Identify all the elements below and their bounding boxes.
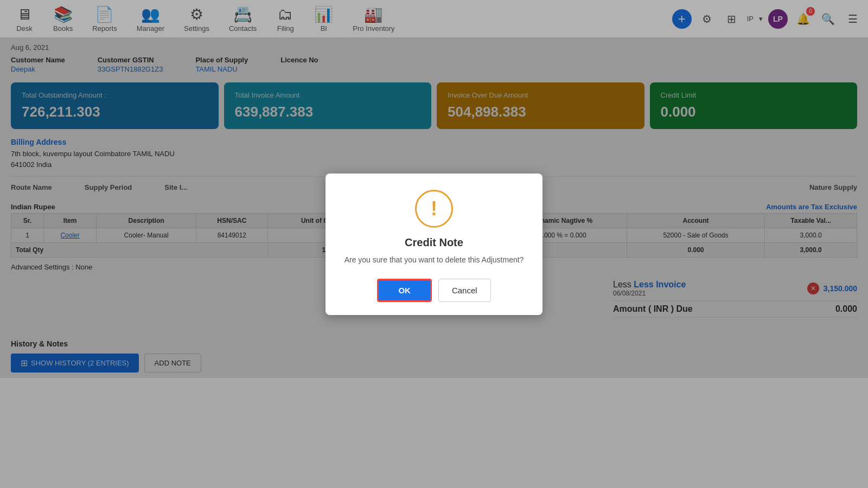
modal-overlay: ! Credit Note Are you sure that you want… [0,0,868,488]
modal-title: Credit Note [342,236,526,249]
modal-message: Are you sure that you want to delete thi… [342,254,526,266]
ok-button[interactable]: OK [377,279,432,302]
modal-buttons: OK Cancel [342,279,526,302]
warning-icon: ! [415,190,453,228]
cancel-button[interactable]: Cancel [438,279,491,302]
warning-symbol: ! [431,197,437,220]
credit-note-modal: ! Credit Note Are you sure that you want… [326,174,542,315]
